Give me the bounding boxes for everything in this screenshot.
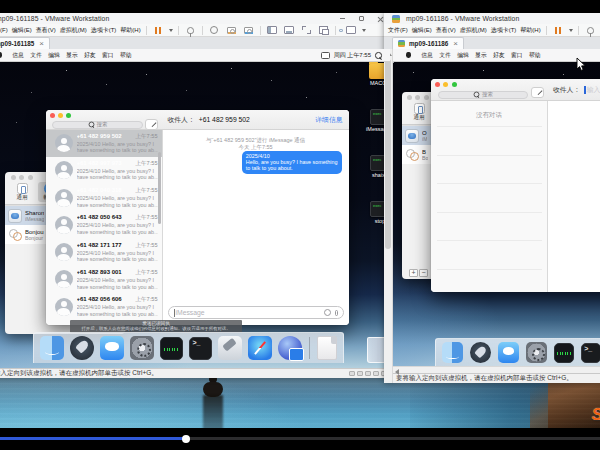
scroll-left-icon[interactable] (395, 369, 399, 375)
zoom-traffic-light[interactable] (424, 95, 429, 100)
vm-horizontal-scrollbar[interactable] (393, 366, 600, 373)
pause-dropdown-icon[interactable] (569, 29, 573, 32)
vm-tab-left[interactable]: mp09-161185 × (0, 37, 50, 49)
view-dropdown-icon[interactable] (362, 29, 366, 32)
mac-menu-item[interactable]: 好友 (490, 51, 508, 60)
mac-desktop-right[interactable]: 通用 帐户 (393, 62, 600, 366)
console-view-button[interactable] (339, 29, 343, 32)
terminal-icon[interactable] (581, 343, 600, 363)
compose-button[interactable] (531, 87, 544, 98)
spotlight-icon[interactable] (375, 52, 382, 59)
menu-item[interactable]: 虚拟机(M) (458, 26, 489, 35)
launchpad-icon[interactable] (470, 342, 491, 363)
menu-item[interactable]: 查看(V) (34, 26, 58, 35)
messages-dock-icon[interactable] (498, 342, 519, 363)
mac-menu-item[interactable]: 文件 (27, 51, 45, 60)
ctrl-alt-del-icon[interactable] (585, 25, 596, 35)
vm-vertical-scrollbar[interactable] (384, 49, 393, 383)
input-source-icon[interactable] (321, 52, 330, 59)
zoom-traffic-light[interactable] (66, 113, 71, 118)
emoji-icon[interactable] (324, 309, 331, 316)
apple-menu-icon[interactable] (0, 52, 2, 58)
mac-menu-item[interactable]: 显示 (472, 51, 490, 60)
titlebar-left[interactable]: mp09-161185 - VMware Workstation (0, 13, 390, 24)
menu-item[interactable]: 选项卡(T) (489, 26, 519, 35)
minimize-traffic-light[interactable] (58, 113, 63, 118)
sidebar-scrollbar[interactable] (158, 152, 161, 224)
vm-tab-right[interactable]: mp09-161186 × (392, 37, 464, 49)
pause-dropdown-icon[interactable] (169, 29, 173, 32)
mac-menu-item[interactable]: 编辑 (45, 51, 63, 60)
mac-menu-item[interactable]: 文件 (436, 51, 454, 60)
menu-item[interactable]: 帮助(H) (518, 26, 542, 35)
messages-window-left[interactable]: 搜索 +61 482 959 502 (46, 110, 349, 325)
conversation-row[interactable]: +61 482 893 001 上午7:55 2025/4/10 Hello, … (46, 266, 162, 293)
menu-item[interactable]: 查看(V) (434, 26, 458, 35)
conversation-row[interactable]: +61 482 050 643 上午7:55 2025/4/10 Hello, … (46, 212, 162, 239)
usb-status-icon[interactable] (373, 371, 379, 376)
launchpad-icon[interactable] (70, 336, 94, 360)
minimize-traffic-light[interactable] (415, 95, 420, 100)
conversation-row[interactable]: +61 482 997 973 上午7:55 2025/4/10 Hello, … (46, 157, 162, 184)
unity-icon[interactable] (318, 25, 329, 35)
conversation-row[interactable]: +61 482 056 606 上午7:55 2025/4/10 Hello, … (46, 294, 162, 321)
mac-menu-item[interactable]: 编辑 (454, 51, 472, 60)
pause-button[interactable] (553, 25, 564, 35)
conversation-row[interactable]: +61 482 040 318 上午7:55 2025/4/10 Hello, … (46, 185, 162, 212)
cd-status-icon[interactable] (357, 371, 363, 376)
close-traffic-light[interactable] (407, 95, 412, 100)
ctrl-alt-del-icon[interactable] (185, 25, 196, 35)
xcode-icon[interactable] (218, 336, 242, 360)
take-snapshot-icon[interactable] (226, 25, 237, 35)
titlebar-right[interactable]: mp09-161186 - VMware Workstation (384, 13, 600, 24)
activity-monitor-icon[interactable] (554, 343, 574, 363)
mac-menu-item[interactable]: 窗口 (508, 51, 526, 60)
menu-item[interactable]: 文件(F) (386, 26, 410, 35)
expand-view-icon[interactable] (346, 25, 357, 35)
pause-button[interactable] (153, 25, 164, 35)
zoom-traffic-light[interactable] (28, 175, 33, 180)
menu-item[interactable]: 编辑(E) (410, 26, 434, 35)
close-traffic-light[interactable] (435, 82, 440, 87)
tab-close-icon[interactable]: × (39, 39, 44, 48)
mac-desktop-left[interactable]: MACOS iMessageG shaixu stop (0, 62, 390, 368)
activity-monitor-icon[interactable] (160, 337, 183, 360)
prefs-tab-general[interactable]: 通用 (11, 182, 33, 202)
messages-window-right[interactable]: 搜索 没有对话 (431, 79, 600, 292)
mac-menu-item[interactable]: 帮助 (526, 51, 544, 60)
hdd-status-icon[interactable] (349, 371, 355, 376)
vm-screen-right[interactable]: 信息文件编辑显示好友窗口帮助 (393, 49, 600, 366)
terminal-icon[interactable] (189, 337, 212, 360)
add-account-button[interactable]: + (409, 269, 418, 277)
snapshot-clock-icon[interactable] (209, 25, 220, 35)
system-preferences-icon[interactable] (130, 336, 154, 360)
console-thumbnails-icon[interactable] (284, 25, 295, 35)
mac-menu-item[interactable]: 信息 (418, 51, 436, 60)
show-library-icon[interactable] (267, 25, 278, 35)
scroll-thumb[interactable] (385, 59, 391, 249)
mac-menu-item[interactable]: 好友 (81, 51, 99, 60)
maximize-button[interactable] (352, 13, 371, 24)
recipient-value[interactable]: +61 482 959 502 (199, 116, 250, 123)
snapshot-manager-icon[interactable] (243, 25, 254, 35)
mac-menu-item[interactable]: 显示 (63, 51, 81, 60)
minimize-traffic-light[interactable] (19, 175, 24, 180)
prefs-tab-general[interactable]: 通用 (408, 102, 430, 122)
fullscreen-icon[interactable] (301, 25, 312, 35)
mac-clock[interactable]: 周四 上午7:55 (334, 51, 371, 60)
mac-menu-item[interactable]: 窗口 (99, 51, 117, 60)
safari-icon[interactable] (248, 336, 272, 360)
menu-item[interactable]: 文件(F) (0, 26, 10, 35)
mac-menu-item[interactable]: 帮助 (117, 51, 135, 60)
conversation-row[interactable]: +61 482 171 177 上午7:55 2025/4/10 Hello, … (46, 239, 162, 266)
minimize-button[interactable] (333, 13, 352, 24)
recipient-input[interactable]: 输入收件人 (587, 85, 600, 95)
network-status-icon[interactable] (365, 371, 371, 376)
minimize-traffic-light[interactable] (443, 82, 448, 87)
conversation-row[interactable]: +61 482 959 502 上午7:55 2025/4/10 Hello, … (46, 130, 162, 157)
video-progress-bar[interactable] (0, 437, 600, 440)
menu-item[interactable]: 编辑(E) (10, 26, 34, 35)
close-traffic-light[interactable] (11, 175, 16, 180)
app-orb-icon[interactable] (278, 336, 302, 360)
apple-menu-icon[interactable] (406, 52, 411, 58)
